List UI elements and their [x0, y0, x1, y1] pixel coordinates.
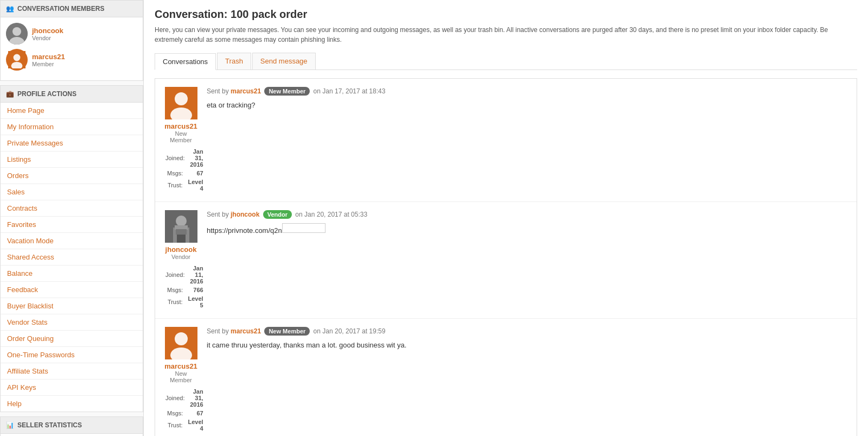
avatar-image: [165, 327, 197, 359]
svg-point-7: [175, 92, 188, 105]
home-page-link[interactable]: Home Page: [1, 103, 143, 118]
msg-role: New Member: [163, 370, 199, 383]
avatar-image: [165, 210, 197, 243]
seller-stats-content: Currently selling Listed items 0 Will se…: [1, 434, 143, 436]
profile-actions-header: 💼 PROFILE ACTIONS: [1, 86, 143, 103]
status-badge: New Member: [264, 87, 310, 96]
member-role: Vendor: [32, 35, 63, 41]
list-item[interactable]: API Keys: [1, 380, 143, 396]
vendor-stats-link[interactable]: Vendor Stats: [1, 314, 143, 330]
status-badge: New Member: [264, 327, 310, 336]
list-item[interactable]: Feedback: [1, 282, 143, 298]
list-item[interactable]: Vacation Mode: [1, 233, 143, 249]
msg-text: https://privnote.com/q2n: [207, 223, 848, 236]
msg-text: it came thruu yesterday, thanks man a lo…: [207, 340, 848, 351]
shared-access-link[interactable]: Shared Access: [1, 249, 143, 265]
vacation-mode-link[interactable]: Vacation Mode: [1, 233, 143, 249]
conversation-members-section: 👥 CONVERSATION MEMBERS jhoncook: [0, 0, 143, 81]
one-time-passwords-link[interactable]: One-Time Passwords: [1, 347, 143, 363]
list-item[interactable]: Contracts: [1, 200, 143, 217]
feedback-link[interactable]: Feedback: [1, 282, 143, 298]
balance-link[interactable]: Balance: [1, 266, 143, 281]
svg-rect-14: [176, 229, 187, 235]
member-username[interactable]: jhoncook: [32, 27, 63, 35]
svg-rect-12: [175, 225, 188, 230]
message-item: marcus21 New Member Joined:Jan 31, 2016 …: [155, 79, 857, 202]
list-item[interactable]: Balance: [1, 266, 143, 282]
member-item: marcus21 Member: [6, 49, 137, 71]
help-link[interactable]: Help: [1, 396, 143, 412]
sender-link[interactable]: jhoncook: [231, 211, 259, 218]
private-messages-link[interactable]: Private Messages: [1, 135, 143, 151]
msg-avatar: jhoncook Vendor Joined:Jan 11, 2016 Msgs…: [163, 210, 199, 310]
status-badge: Vendor: [263, 210, 292, 219]
member-role: Member: [32, 61, 65, 67]
member-info: marcus21 Member: [32, 53, 65, 67]
tab-send-message[interactable]: Send message: [252, 53, 316, 69]
conversation-members-header: 👥 CONVERSATION MEMBERS: [1, 1, 143, 17]
list-item[interactable]: Affiliate Stats: [1, 363, 143, 380]
buyer-blacklist-link[interactable]: Buyer Blacklist: [1, 298, 143, 314]
briefcase-icon: 💼: [6, 90, 14, 98]
list-item[interactable]: Orders: [1, 168, 143, 184]
masked-link: [282, 223, 326, 233]
list-item[interactable]: Listings: [1, 151, 143, 168]
list-item[interactable]: Help: [1, 396, 143, 412]
msg-stats: Joined:Jan 31, 2016 Msgs:67 Trust:Level …: [163, 387, 199, 433]
svg-point-1: [12, 27, 21, 36]
member-info: jhoncook Vendor: [32, 27, 63, 41]
msg-username[interactable]: marcus21: [163, 122, 199, 130]
list-item[interactable]: Sales: [1, 184, 143, 200]
message-item: jhoncook Vendor Joined:Jan 11, 2016 Msgs…: [155, 202, 857, 319]
avatar: [6, 49, 28, 71]
msg-body: Sent by marcus21 New Member on Jan 20, 2…: [207, 327, 848, 433]
msg-header: Sent by jhoncook Vendor on Jan 20, 2017 …: [207, 210, 848, 219]
tab-conversations[interactable]: Conversations: [155, 53, 216, 70]
list-item[interactable]: Favorites: [1, 217, 143, 233]
list-item[interactable]: My Information: [1, 119, 143, 135]
list-item[interactable]: Home Page: [1, 103, 143, 119]
msg-stats: Joined:Jan 31, 2016 Msgs:67 Trust:Level …: [163, 147, 199, 193]
list-item[interactable]: Private Messages: [1, 135, 143, 151]
sales-link[interactable]: Sales: [1, 184, 143, 200]
avatar: [6, 23, 28, 45]
page-title: Conversation: 100 pack order: [155, 8, 857, 21]
tab-bar: Conversations Trash Send message: [155, 53, 857, 70]
members-icon: 👥: [6, 5, 14, 12]
members-list: jhoncook Vendor marcus21: [1, 17, 143, 80]
msg-username[interactable]: jhoncook: [163, 245, 199, 254]
profile-actions-list: Home Page My Information Private Message…: [1, 103, 143, 412]
sender-link[interactable]: marcus21: [231, 327, 261, 335]
msg-header: Sent by marcus21 New Member on Jan 17, 2…: [207, 87, 848, 96]
list-item[interactable]: Vendor Stats: [1, 314, 143, 331]
sidebar: 👥 CONVERSATION MEMBERS jhoncook: [0, 0, 144, 436]
orders-link[interactable]: Orders: [1, 168, 143, 184]
sender-link[interactable]: marcus21: [231, 87, 261, 95]
my-information-link[interactable]: My Information: [1, 119, 143, 135]
msg-stats: Joined:Jan 11, 2016 Msgs:766 Trust:Level…: [163, 263, 199, 310]
main-content: Conversation: 100 pack order Here, you c…: [144, 0, 868, 436]
list-item[interactable]: One-Time Passwords: [1, 347, 143, 363]
msg-text: eta or tracking?: [207, 100, 848, 111]
svg-point-16: [175, 332, 188, 345]
list-item[interactable]: Shared Access: [1, 249, 143, 266]
msg-role: New Member: [163, 130, 199, 143]
member-username[interactable]: marcus21: [32, 53, 65, 61]
order-queuing-link[interactable]: Order Queuing: [1, 331, 143, 346]
favorites-link[interactable]: Favorites: [1, 217, 143, 232]
page-description: Here, you can view your private messages…: [155, 25, 857, 45]
seller-stats-section: 📊 SELLER STATISTICS Currently selling Li…: [0, 416, 143, 436]
tab-trash[interactable]: Trash: [217, 53, 251, 69]
list-item[interactable]: Order Queuing: [1, 331, 143, 347]
svg-point-4: [14, 54, 21, 61]
profile-actions-section: 💼 PROFILE ACTIONS Home Page My Informati…: [0, 85, 143, 412]
api-keys-link[interactable]: API Keys: [1, 380, 143, 395]
msg-username[interactable]: marcus21: [163, 362, 199, 370]
contracts-link[interactable]: Contracts: [1, 200, 143, 216]
stats-icon: 📊: [6, 421, 14, 429]
affiliate-stats-link[interactable]: Affiliate Stats: [1, 363, 143, 379]
member-item: jhoncook Vendor: [6, 23, 137, 45]
listings-link[interactable]: Listings: [1, 151, 143, 167]
msg-avatar: marcus21 New Member Joined:Jan 31, 2016 …: [163, 87, 199, 193]
list-item[interactable]: Buyer Blacklist: [1, 298, 143, 314]
